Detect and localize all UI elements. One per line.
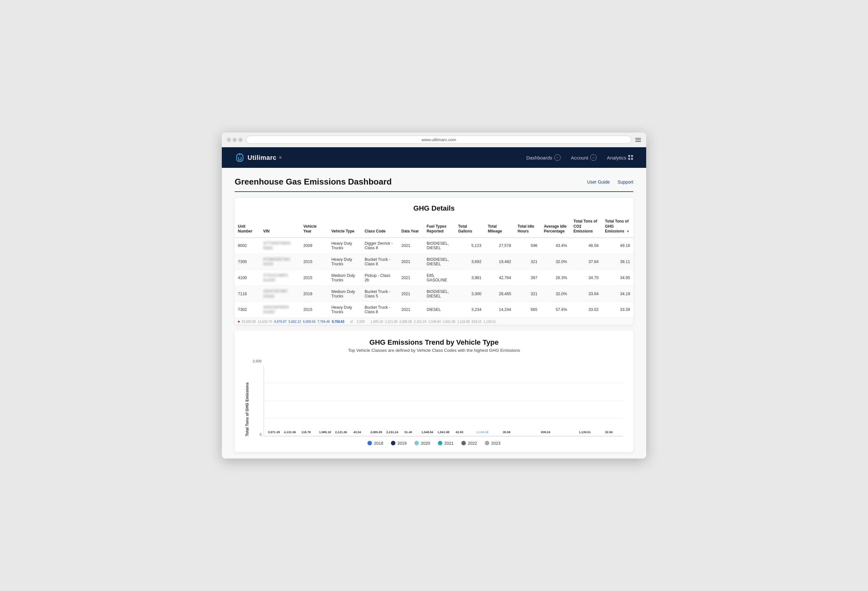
cell-data-year: 2021 — [398, 286, 423, 302]
navbar-logo-text: Utilimarc — [248, 154, 276, 161]
cell-unit: 7302 — [235, 302, 260, 318]
browser-menu-icon[interactable] — [635, 138, 641, 142]
ghg-details-card: GHG Details Unit Number VIN Vehicle Year… — [235, 198, 633, 325]
th-ghg: Total Tons of GHG Emissions ▼ — [602, 216, 633, 238]
bar-label: 42.93 — [456, 430, 463, 434]
cell-year: 2019 — [300, 286, 328, 302]
cell-data-year: 2021 — [398, 270, 423, 286]
table-row: 4100 1FTEX1CM6FKA12345 2015 Medium Duty … — [235, 270, 633, 286]
support-link[interactable]: Support — [617, 179, 633, 185]
cell-gallons: 3,981 — [455, 270, 485, 286]
browser-url[interactable]: www.utilimarc.com — [246, 136, 631, 144]
cell-data-year: 2021 — [398, 238, 423, 254]
bar-label: 1,139.51 — [579, 430, 590, 434]
cell-vtype: Heavy Duty Trucks — [328, 238, 361, 254]
bar-label: 839.24 — [541, 430, 551, 434]
nav-label-analytics: Analytics — [607, 155, 626, 160]
bar-label: 35.96 — [503, 430, 511, 434]
table-scroll-bar[interactable]: ■ 15,000.00 14,503.75 4,476.07 5,602.12 … — [235, 318, 633, 325]
legend-dot-2018 — [368, 441, 372, 445]
cell-gallons: 3,300 — [455, 286, 485, 302]
vin-value: 1GD47ZEY8KFCA108 — [263, 289, 297, 299]
cell-fuel: DIESEL — [424, 302, 455, 318]
cell-mileage: 28,465 — [484, 286, 514, 302]
cell-fuel: E85, GASOLINE — [424, 270, 455, 286]
cell-idle-hours: 321 — [514, 286, 541, 302]
table-row: 7118 1GD47ZEY8KFCA108 2019 Medium Duty T… — [235, 286, 633, 302]
browser-dot-1 — [227, 138, 231, 142]
chart-bars-area: 3,971.39 4,131.56 118.78 — [264, 366, 623, 436]
chart-wrapper: Total Tons of GHG Emissions 2,500 0 — [245, 359, 623, 436]
browser-window: www.utilimarc.com Utilimarc ® Dashboards… — [222, 133, 646, 458]
user-guide-link[interactable]: User Guide — [587, 179, 610, 185]
browser-toolbar: www.utilimarc.com — [222, 133, 646, 147]
legend-item-2020: 2020 — [414, 441, 430, 446]
cell-idle-hours: 321 — [514, 254, 541, 270]
cell-fuel: BIODIESEL, DIESEL — [424, 238, 455, 254]
nav-item-dashboards[interactable]: Dashboards ○ — [526, 154, 561, 161]
page-title: Greenhouse Gas Emissions Dashboard — [235, 177, 391, 187]
cell-fuel: BIODIESEL, DIESEL — [424, 254, 455, 270]
legend-label-2019: 2019 — [397, 441, 407, 446]
legend-dot-2019 — [391, 441, 396, 445]
chart-subtitle: Top Vehicle Classes are defined by Vehic… — [245, 348, 623, 353]
legend-dot-2020 — [414, 441, 419, 445]
nav-item-account[interactable]: Account ○ — [571, 154, 597, 161]
cell-vin: 1FTEX1CM6FKA12345 — [260, 270, 300, 286]
cell-co2: 33.02 — [570, 302, 602, 318]
cell-unit: 4100 — [235, 270, 260, 286]
analytics-grid-icon — [628, 155, 633, 160]
legend-label-2021: 2021 — [444, 441, 454, 446]
th-data-year: Data Year — [398, 216, 423, 238]
navbar-logo[interactable]: Utilimarc ® — [235, 152, 282, 163]
y-axis-label: Total Tons of GHG Emissions — [245, 382, 249, 436]
bar-label: 32.66 — [605, 430, 613, 434]
bar-label: 4,131.56 — [284, 430, 296, 434]
cell-vin: 1GD47ZEY8KFCA108 — [260, 286, 300, 302]
cell-avg-idle: 32.0% — [541, 254, 570, 270]
table-row: 7305 2FZMAZBS75AX44378 2015 Heavy Duty T… — [235, 254, 633, 270]
account-circle-icon: ○ — [590, 154, 597, 161]
cell-co2: 37.64 — [570, 254, 602, 270]
th-idle-hours: Total Idle Hours — [514, 216, 541, 238]
legend-item-2023: 2023 — [485, 441, 500, 446]
bar-label: 1,548.84 — [421, 430, 433, 434]
legend-label-2023: 2023 — [491, 441, 500, 446]
browser-dots — [227, 138, 242, 142]
legend-label-2020: 2020 — [421, 441, 430, 446]
cell-fuel: BIODIESEL, DIESEL — [424, 286, 455, 302]
legend-item-2022: 2022 — [461, 441, 477, 446]
bar-label: 1,116.58 — [477, 430, 488, 434]
y-tick: 2,500 — [253, 359, 262, 363]
th-co2: Total Tons of CO2 Emissions — [570, 216, 602, 238]
ghg-trend-chart-card: GHG Emissions Trend by Vehicle Type Top … — [235, 331, 633, 452]
table-header-row: Unit Number VIN Vehicle Year Vehicle Typ… — [235, 216, 633, 238]
th-avg-idle: Average Idle Percentage — [541, 216, 570, 238]
nav-item-analytics[interactable]: Analytics — [607, 155, 633, 160]
cell-co2: 34.70 — [570, 270, 602, 286]
cell-vtype: Medium Duty Trucks — [328, 286, 361, 302]
navbar: Utilimarc ® Dashboards ○ Account ○ Analy… — [222, 147, 646, 168]
cell-class: Bucket Truck - Class 8 — [361, 254, 398, 270]
header-links: User Guide Support — [587, 179, 633, 185]
y-axis-ticks: 2,500 0 — [253, 359, 262, 436]
table-row: 7302 3HSDXAPR5FNA42987 2015 Heavy Duty T… — [235, 302, 633, 318]
y-tick: 0 — [260, 433, 261, 436]
cell-vtype: Medium Duty Trucks — [328, 270, 361, 286]
cell-avg-idle: 43.4% — [541, 238, 570, 254]
legend-dot-2022 — [461, 441, 466, 445]
cell-year: 2015 — [300, 254, 328, 270]
chart-legend: 2018 2019 2020 2021 2022 — [245, 441, 623, 446]
bars-container: 3,971.39 4,131.56 118.78 — [264, 366, 623, 436]
cell-idle-hours: 665 — [514, 302, 541, 318]
cell-ghg: 33.39 — [602, 302, 633, 318]
legend-dot-2023 — [485, 441, 489, 445]
cell-co2: 33.64 — [570, 286, 602, 302]
th-vin: VIN — [260, 216, 300, 238]
cell-idle-hours: 596 — [514, 238, 541, 254]
sort-arrow-icon[interactable]: ▼ — [626, 230, 629, 233]
vin-value: 1FT7W4DT8AEA00002 — [263, 241, 297, 251]
bar-label: 43.04 — [353, 430, 361, 434]
bar-label: 1,989.18 — [319, 430, 331, 434]
cell-unit: 7305 — [235, 254, 260, 270]
